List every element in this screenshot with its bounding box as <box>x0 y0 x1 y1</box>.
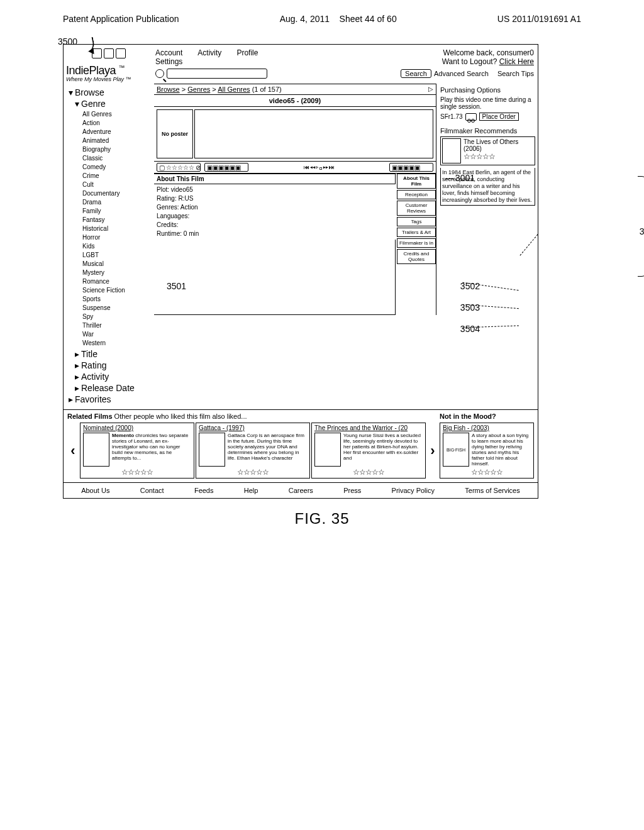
topmenu-activity[interactable]: Activity <box>197 48 221 66</box>
patent-date: Aug. 4, 2011 <box>280 14 330 24</box>
tab-reception[interactable]: Reception <box>397 190 436 199</box>
carousel-next[interactable]: › <box>427 423 438 479</box>
genre-item[interactable]: Science Fiction <box>82 286 152 295</box>
sidebar-activity[interactable]: Activity <box>75 372 152 382</box>
footer-link[interactable]: Feeds <box>194 487 214 494</box>
sidebar-title[interactable]: Title <box>75 349 152 359</box>
about-credits: Credits: <box>157 221 393 230</box>
related-title[interactable]: The Princes and the Warrior - (20 <box>314 424 423 431</box>
rec-title[interactable]: The Lives of Others (2006) <box>464 138 533 152</box>
tab-trailers[interactable]: Trailers & Art <box>397 228 436 237</box>
related-stars[interactable]: ☆☆☆☆☆ <box>83 468 191 477</box>
genre-item[interactable]: Suspense <box>82 304 152 313</box>
tab-filmmaker-in[interactable]: Filmmaker is in <box>397 238 436 248</box>
genre-item[interactable]: Musical <box>82 260 152 268</box>
rating-widget[interactable]: ▢☆☆☆☆☆⊘ <box>157 163 201 172</box>
tab-about[interactable]: About This Film <box>397 174 436 189</box>
player-controls[interactable]: ⏮ ◀◀ ▷ ◻ ▶▶ ⏭ <box>252 164 386 170</box>
genre-item[interactable]: Action <box>82 119 152 128</box>
related-desc: Gattaca Corp is an aerospace firm in the… <box>228 433 307 467</box>
genre-item[interactable]: Family <box>82 207 152 216</box>
related-subheader: Other people who liked this film also li… <box>114 412 247 420</box>
sidebar-release[interactable]: Release Date <box>75 383 152 393</box>
genre-item[interactable]: Comedy <box>82 163 152 172</box>
genre-item[interactable]: Cult <box>82 180 152 189</box>
genre-item[interactable]: Drama <box>82 198 152 207</box>
advanced-search-link[interactable]: Advanced Search <box>434 70 489 77</box>
genre-item[interactable]: Spy <box>82 313 152 321</box>
footer-link[interactable]: Careers <box>289 487 313 494</box>
genre-item[interactable]: LGBT <box>82 251 152 260</box>
ref-3505: 3505 <box>640 226 644 236</box>
patent-pub: Patent Application Publication <box>63 14 179 24</box>
related-title[interactable]: Nominated (2000) <box>83 424 191 431</box>
search-input[interactable] <box>167 69 267 79</box>
genre-item[interactable]: Crime <box>82 172 152 180</box>
genre-item[interactable]: War <box>82 330 152 339</box>
topmenu-account[interactable]: Account Settings <box>155 48 182 66</box>
video-player[interactable] <box>194 109 433 158</box>
player-tools[interactable]: ▣▣▣▣▣ <box>389 163 433 172</box>
rec-thumbnail[interactable] <box>442 138 461 163</box>
genre-item[interactable]: Western <box>82 339 152 348</box>
tab-credits-quotes[interactable]: Credits and Quotes <box>397 249 436 264</box>
sidebar-favorites[interactable]: Favorites <box>69 394 152 404</box>
purchase-desc: Play this video one time during a single… <box>440 96 535 110</box>
about-rating: Rating: R:US <box>157 194 393 203</box>
genre-item[interactable]: Fantasy <box>82 216 152 224</box>
rec-stars[interactable]: ☆☆☆☆☆ <box>464 152 533 161</box>
footer-link[interactable]: Privacy Policy <box>392 487 435 494</box>
genre-item[interactable]: Documentary <box>82 189 152 198</box>
related-thumbnail[interactable] <box>83 433 109 467</box>
topmenu-profile[interactable]: Profile <box>236 48 258 66</box>
cart-icon[interactable] <box>465 113 477 121</box>
genre-item[interactable]: All Genres <box>82 110 152 119</box>
related-card[interactable]: Gattaca - (1997)Gattaca Corp is an aeros… <box>196 423 310 479</box>
sidebar-genre[interactable]: Genre <box>75 99 152 109</box>
related-stars[interactable]: ☆☆☆☆☆ <box>199 468 307 477</box>
mood-title[interactable]: Big Fish - (2003) <box>443 424 531 431</box>
footer-link[interactable]: Press <box>343 487 361 494</box>
genre-item[interactable]: Horror <box>82 233 152 242</box>
place-order-button[interactable]: Place Order <box>479 113 519 121</box>
player-progress[interactable]: ▣▣▣▣▣▣ <box>204 163 248 172</box>
related-card[interactable]: Nominated (2000)Memento chronicles two s… <box>80 423 194 479</box>
sidebar-rating[interactable]: Rating <box>75 360 152 370</box>
related-stars[interactable]: ☆☆☆☆☆ <box>314 468 423 477</box>
genre-item[interactable]: Historical <box>82 224 152 233</box>
crumb-browse[interactable]: Browse <box>157 86 180 93</box>
genre-item[interactable]: Animated <box>82 136 152 145</box>
search-button[interactable]: Search <box>401 69 431 78</box>
related-title[interactable]: Gattaca - (1997) <box>199 424 307 431</box>
genre-item[interactable]: Romance <box>82 277 152 286</box>
tab-reviews[interactable]: Customer Reviews <box>397 201 436 216</box>
mood-thumbnail[interactable]: BIG·FISH <box>443 433 469 467</box>
crumb-genres[interactable]: Genres <box>187 86 210 93</box>
crumb-allgenres[interactable]: All Genres <box>218 86 250 93</box>
related-desc: Memento chronicles two separate stories … <box>112 433 191 467</box>
footer-link[interactable]: About Us <box>81 487 109 494</box>
footer-link[interactable]: Terms of Services <box>465 487 519 494</box>
genre-item[interactable]: Adventure <box>82 128 152 136</box>
related-card[interactable]: The Princes and the Warrior - (20Young n… <box>311 423 426 479</box>
play-icon[interactable]: ▷ <box>428 86 433 93</box>
related-header: Related Films <box>67 412 113 420</box>
genre-item[interactable]: Thriller <box>82 321 152 330</box>
mood-stars[interactable]: ☆☆☆☆☆ <box>443 468 531 477</box>
genre-item[interactable]: Sports <box>82 295 152 304</box>
footer-link[interactable]: Help <box>244 487 258 494</box>
genre-item[interactable]: Biography <box>82 145 152 154</box>
related-thumbnail[interactable] <box>199 433 225 467</box>
footer-link[interactable]: Contact <box>140 487 164 494</box>
logout-link[interactable]: Click Here <box>499 57 534 66</box>
genre-item[interactable]: Mystery <box>82 268 152 277</box>
sidebar-browse[interactable]: Browse <box>69 87 152 97</box>
search-tips-link[interactable]: Search Tips <box>497 70 534 77</box>
carousel-prev[interactable]: ‹ <box>67 423 79 479</box>
tab-tags[interactable]: Tags <box>397 217 436 226</box>
ref-3001: 3001 <box>455 173 475 183</box>
related-thumbnail[interactable] <box>314 433 341 467</box>
genre-item[interactable]: Kids <box>82 242 152 251</box>
brand-name-b: Playa <box>89 64 116 77</box>
genre-item[interactable]: Classic <box>82 154 152 163</box>
